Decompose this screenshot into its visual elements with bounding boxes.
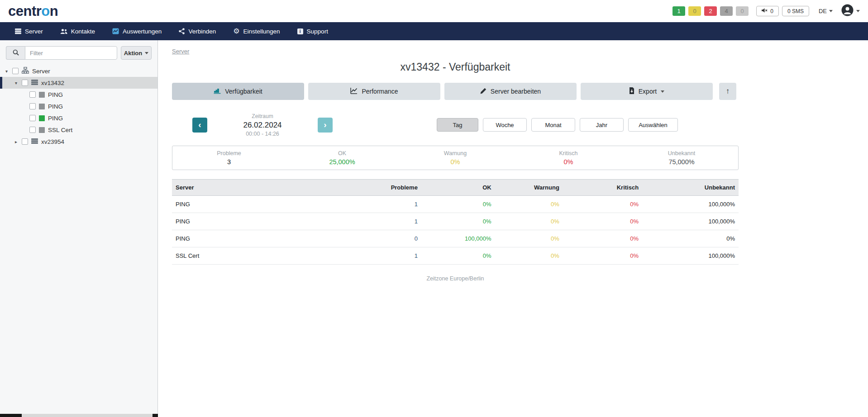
column-header-kritisch: Kritisch xyxy=(563,180,642,196)
tab-verfuegbarkeit[interactable]: Verfügbarkeit xyxy=(172,83,304,100)
caret-collapsed-icon[interactable] xyxy=(14,139,19,144)
report-tabs: Verfügbarkeit Performance Server bearbei… xyxy=(172,83,739,100)
range-button-tag[interactable]: Tag xyxy=(437,118,478,132)
summary-probleme: Probleme 3 xyxy=(172,150,286,166)
checkbox[interactable] xyxy=(22,138,28,145)
table-header-row: Server Probleme OK Warnung Kritisch Unbe… xyxy=(172,180,739,196)
range-button-jahr[interactable]: Jahr xyxy=(580,118,624,132)
cell-probleme: 1 xyxy=(342,213,421,230)
range-button-monat[interactable]: Monat xyxy=(531,118,575,132)
nav-label: Server xyxy=(25,28,43,35)
top-header: centron 1 0 2 4 0 0 0 SMS DE xyxy=(0,0,868,22)
table-row: PING 1 0% 0% 0% 100,000% xyxy=(172,213,739,230)
checkbox[interactable] xyxy=(29,115,36,121)
nav-label: Verbinden xyxy=(188,28,216,35)
user-menu[interactable] xyxy=(841,4,860,18)
summary-label: Warnung xyxy=(399,150,512,156)
chart-icon xyxy=(112,28,119,34)
range-button-auswaehlen[interactable]: Auswählen xyxy=(628,118,678,132)
checkbox[interactable] xyxy=(29,103,36,109)
cell-server: PING xyxy=(172,196,342,213)
status-badge-unknown[interactable]: 4 xyxy=(720,6,733,16)
nav-item-support[interactable]: Support xyxy=(289,22,337,40)
export-dropdown-button[interactable]: Export xyxy=(581,83,713,100)
nav-item-auswertungen[interactable]: Auswertungen xyxy=(104,22,170,40)
column-header-ok: OK xyxy=(421,180,495,196)
scrollbar-thumb[interactable] xyxy=(22,414,153,417)
users-icon xyxy=(60,28,67,34)
caret-expanded-icon[interactable] xyxy=(14,81,19,85)
nav-label: Auswertungen xyxy=(123,28,162,35)
speaker-mute-icon xyxy=(762,8,768,14)
scroll-top-button[interactable] xyxy=(719,83,736,100)
cell-kritisch: 0% xyxy=(563,196,642,213)
checkbox[interactable] xyxy=(29,91,36,98)
previous-period-button[interactable] xyxy=(192,118,207,133)
tree-item-ssl-cert[interactable]: SSL Cert xyxy=(0,124,157,136)
main-navbar: Server Kontakte Auswertungen Verbinden E… xyxy=(0,22,868,40)
status-badge-paused[interactable]: 0 xyxy=(736,6,749,16)
cell-kritisch: 0% xyxy=(563,230,642,247)
tab-label: Export xyxy=(639,88,657,95)
tree-item-ping-3[interactable]: PING xyxy=(0,112,157,124)
cell-warnung: 0% xyxy=(495,247,563,265)
sms-count-label: 0 SMS xyxy=(787,8,804,14)
summary-value: 25,000% xyxy=(286,158,399,166)
tree-item-server-root[interactable]: Server xyxy=(0,65,157,77)
search-button[interactable] xyxy=(6,46,25,60)
area-chart-icon xyxy=(214,87,221,95)
status-badge-ok[interactable]: 1 xyxy=(672,6,685,16)
nav-label: Einstellungen xyxy=(243,28,280,35)
cell-ok: 100,000% xyxy=(421,230,495,247)
column-header-unbekannt: Unbekannt xyxy=(642,180,739,196)
cell-warnung: 0% xyxy=(495,213,563,230)
sidebar: Aktion Server xv13432 PING xyxy=(0,40,158,417)
horizontal-scrollbar[interactable] xyxy=(0,414,158,417)
checkbox[interactable] xyxy=(22,80,28,86)
language-selector[interactable]: DE xyxy=(819,8,833,14)
range-button-woche[interactable]: Woche xyxy=(483,118,527,132)
page-title: xv13432 - Verfügbarkeit xyxy=(172,61,739,73)
language-label: DE xyxy=(819,8,827,14)
tab-server-bearbeiten[interactable]: Server bearbeiten xyxy=(444,83,577,100)
nav-item-einstellungen[interactable]: Einstellungen xyxy=(224,22,288,40)
tree-item-xv13432[interactable]: xv13432 xyxy=(0,77,157,89)
period-display: Zeitraum 26.02.2024 00:00 - 14:26 xyxy=(207,113,318,137)
mute-button[interactable]: 0 xyxy=(756,6,779,16)
checkbox[interactable] xyxy=(12,68,19,74)
cell-probleme: 0 xyxy=(342,230,421,247)
caret-expanded-icon[interactable] xyxy=(4,69,9,74)
availability-table: Server Probleme OK Warnung Kritisch Unbe… xyxy=(172,179,739,265)
cell-ok: 0% xyxy=(421,247,495,265)
cell-probleme: 1 xyxy=(342,247,421,265)
nav-item-verbinden[interactable]: Verbinden xyxy=(170,22,224,40)
next-period-button[interactable] xyxy=(318,118,333,133)
sms-button[interactable]: 0 SMS xyxy=(782,6,809,16)
table-row: PING 1 0% 0% 0% 100,000% xyxy=(172,196,739,213)
tree-item-ping-1[interactable]: PING xyxy=(0,89,157,100)
nav-item-server[interactable]: Server xyxy=(6,22,52,40)
tree-item-label: xv13432 xyxy=(41,80,64,86)
tab-label: Server bearbeiten xyxy=(491,88,541,95)
server-stack-icon xyxy=(31,138,38,146)
info-icon xyxy=(297,28,303,34)
breadcrumb[interactable]: Server xyxy=(172,48,189,55)
filter-input[interactable] xyxy=(25,46,117,60)
tab-performance[interactable]: Performance xyxy=(308,83,440,100)
status-badge-warning[interactable]: 0 xyxy=(688,6,701,16)
summary-label: Probleme xyxy=(172,150,286,156)
period-label: Zeitraum xyxy=(207,113,318,119)
centron-logo: centron xyxy=(8,3,58,19)
nav-item-kontakte[interactable]: Kontakte xyxy=(52,22,104,40)
search-icon xyxy=(13,49,19,57)
chevron-down-icon xyxy=(856,10,860,12)
period-date: 26.02.2024 xyxy=(207,121,318,130)
checkbox[interactable] xyxy=(29,127,36,133)
action-dropdown-button[interactable]: Aktion xyxy=(121,46,152,60)
tree-item-xv23954[interactable]: xv23954 xyxy=(0,136,157,147)
tab-label: Performance xyxy=(362,88,398,95)
tree-item-ping-2[interactable]: PING xyxy=(0,100,157,112)
cell-warnung: 0% xyxy=(495,230,563,247)
status-badge-critical[interactable]: 2 xyxy=(704,6,717,16)
cell-probleme: 1 xyxy=(342,196,421,213)
